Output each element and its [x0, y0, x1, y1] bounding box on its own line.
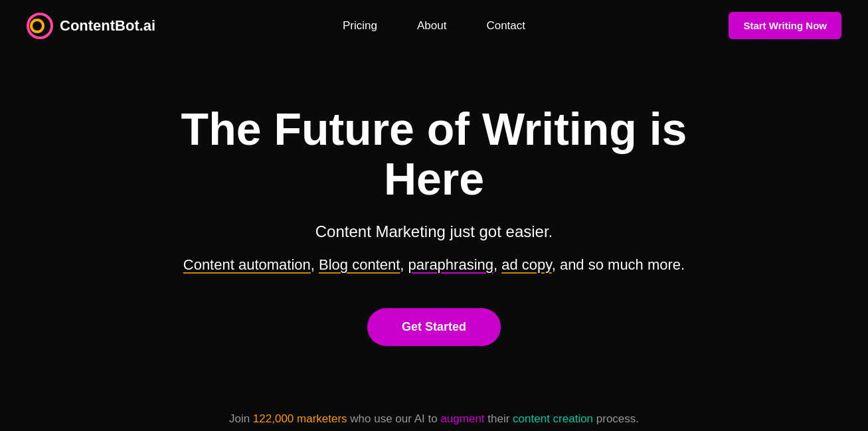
get-started-button[interactable]: Get Started [367, 308, 501, 346]
social-proof-prefix: Join [229, 412, 253, 425]
logo-icon [27, 13, 53, 39]
main-headline: The Future of Writing is Here [135, 104, 733, 204]
feature-content-automation: Content automation [183, 256, 311, 273]
social-proof-middle: who use our AI to [347, 412, 441, 425]
social-proof-suffix: process. [593, 412, 639, 425]
features-suffix: , and so much more. [552, 256, 685, 273]
main-content: The Future of Writing is Here Content Ma… [0, 51, 868, 431]
nav-contact[interactable]: Contact [486, 19, 525, 33]
feature-paraphrasing: paraphrasing [408, 256, 493, 273]
comma2: , [400, 256, 408, 273]
feature-ad-copy: ad copy [501, 256, 551, 273]
logo[interactable]: ContentBot.ai [27, 13, 155, 39]
subheadline: Content Marketing just got easier. [315, 222, 553, 241]
comma1: , [311, 256, 319, 273]
nav-about[interactable]: About [417, 19, 446, 33]
social-proof-content-creation: content creation [513, 412, 593, 425]
social-proof-middle2: their [485, 412, 513, 425]
social-proof-count: 122,000 marketers [253, 412, 347, 425]
social-proof: Join 122,000 marketers who use our AI to… [229, 412, 639, 426]
logo-text: ContentBot.ai [60, 17, 155, 35]
start-writing-button[interactable]: Start Writing Now [729, 12, 841, 39]
features-line: Content automation, Blog content, paraph… [183, 253, 685, 276]
main-nav: Pricing About Contact [343, 19, 525, 33]
feature-blog-content: Blog content [319, 256, 400, 273]
social-proof-augment: augment [440, 412, 484, 425]
svg-point-1 [31, 20, 43, 32]
header: ContentBot.ai Pricing About Contact Star… [0, 0, 868, 51]
nav-pricing[interactable]: Pricing [343, 19, 377, 33]
comma3: , [493, 256, 501, 273]
